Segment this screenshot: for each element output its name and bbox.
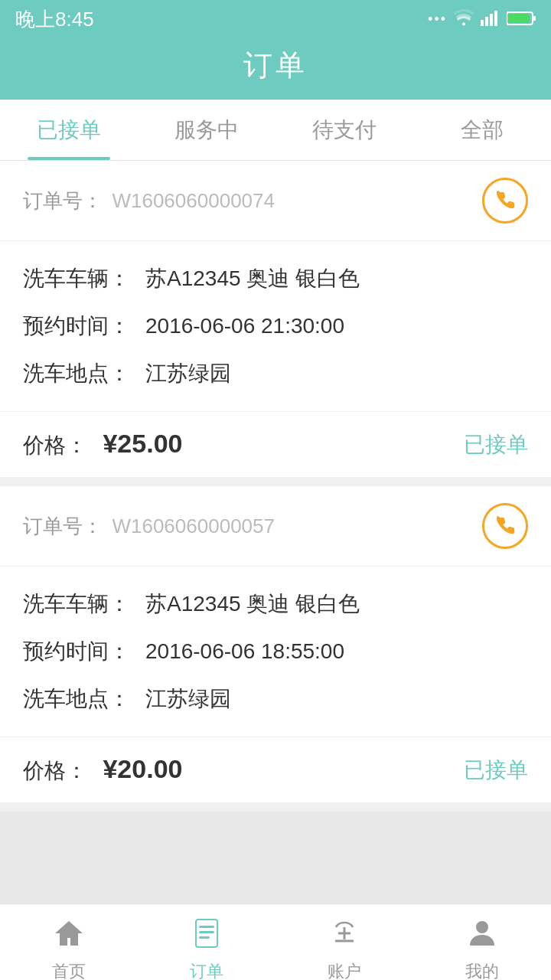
tab-in-service[interactable]: 服务中 — [138, 100, 276, 160]
status-icons: ••• — [428, 8, 536, 31]
status-time: 晚上8:45 — [15, 6, 94, 33]
price-section-1: 价格： ¥25.00 — [23, 429, 182, 460]
location-value-1: 江苏绿园 — [145, 359, 231, 388]
price-label-2: 价格： — [23, 759, 87, 782]
order-number-label-1: 订单号： — [23, 189, 103, 212]
order-number-row-2: 订单号： W1606060000057 — [23, 513, 275, 540]
order-footer-2: 价格： ¥20.00 已接单 — [0, 737, 551, 802]
order-details-2: 洗车车辆： 苏A12345 奥迪 银白色 预约时间： 2016-06-06 18… — [0, 567, 551, 737]
phone-button-1[interactable] — [482, 178, 528, 224]
nav-orders[interactable]: 订单 — [138, 904, 276, 980]
time-value-1: 2016-06-06 21:30:00 — [145, 314, 344, 338]
svg-rect-10 — [199, 936, 210, 939]
tab-pending-payment[interactable]: 待支付 — [276, 100, 413, 160]
tab-bar: 已接单 服务中 待支付 全部 — [0, 100, 551, 161]
svg-rect-0 — [481, 20, 484, 26]
svg-rect-9 — [199, 931, 214, 933]
wifi-icon — [453, 8, 474, 31]
nav-account[interactable]: 账户 — [276, 904, 413, 980]
order-number-label-2: 订单号： — [23, 514, 103, 537]
location-row-2: 洗车地点： 江苏绿园 — [23, 675, 528, 723]
svg-point-14 — [476, 921, 488, 933]
order-details-1: 洗车车辆： 苏A12345 奥迪 银白色 预约时间： 2016-06-06 21… — [0, 241, 551, 412]
bottom-nav: 首页 订单 账户 — [0, 903, 551, 980]
tab-all[interactable]: 全部 — [413, 100, 551, 160]
account-icon — [328, 916, 361, 956]
vehicle-row-2: 洗车车辆： 苏A12345 奥迪 银白色 — [23, 580, 528, 628]
price-section-2: 价格： ¥20.00 — [23, 754, 182, 786]
order-status-1: 已接单 — [464, 430, 528, 459]
vehicle-label-2: 洗车车辆： — [23, 590, 145, 619]
order-number-row-1: 订单号： W1606060000074 — [23, 188, 275, 214]
time-label-2: 预约时间： — [23, 637, 145, 666]
page-title: 订单 — [243, 46, 308, 85]
nav-orders-label: 订单 — [190, 960, 223, 980]
price-label-1: 价格： — [23, 433, 87, 457]
page-header: 订单 — [0, 38, 551, 100]
price-value-1: ¥25.00 — [103, 429, 182, 458]
location-label-1: 洗车地点： — [23, 359, 145, 388]
nav-mine-label: 我的 — [465, 960, 499, 980]
status-bar: 晚上8:45 ••• — [0, 0, 551, 38]
order-header-1: 订单号： W1606060000074 — [0, 161, 551, 241]
order-number-value-2: W1606060000057 — [112, 514, 275, 537]
gray-spacer — [0, 812, 551, 903]
nav-home[interactable]: 首页 — [0, 904, 138, 980]
order-status-2: 已接单 — [464, 756, 528, 785]
time-label-1: 预约时间： — [23, 312, 145, 341]
order-list: 订单号： W1606060000074 洗车车辆： 苏A12345 奥迪 银白色… — [0, 161, 551, 903]
nav-home-label: 首页 — [52, 960, 86, 980]
vehicle-row-1: 洗车车辆： 苏A12345 奥迪 银白色 — [23, 255, 528, 302]
price-value-2: ¥20.00 — [103, 754, 182, 783]
vehicle-label-1: 洗车车辆： — [23, 264, 145, 293]
location-row-1: 洗车地点： 江苏绿园 — [23, 350, 528, 397]
time-row-2: 预约时间： 2016-06-06 18:55:00 — [23, 628, 528, 675]
battery-icon — [507, 8, 536, 31]
order-card-1: 订单号： W1606060000074 洗车车辆： 苏A12345 奥迪 银白色… — [0, 161, 551, 477]
home-icon — [52, 916, 86, 956]
svg-rect-5 — [533, 16, 536, 21]
svg-rect-8 — [199, 926, 214, 928]
tab-accepted[interactable]: 已接单 — [0, 100, 138, 160]
svg-rect-3 — [494, 11, 497, 26]
phone-button-2[interactable] — [482, 503, 528, 549]
order-footer-1: 价格： ¥25.00 已接单 — [0, 412, 551, 477]
nav-mine[interactable]: 我的 — [413, 904, 551, 980]
orders-icon — [190, 916, 223, 956]
order-header-2: 订单号： W1606060000057 — [0, 486, 551, 567]
time-value-2: 2016-06-06 18:55:00 — [145, 639, 344, 664]
svg-rect-1 — [485, 17, 488, 26]
location-value-2: 江苏绿园 — [145, 684, 231, 714]
nav-account-label: 账户 — [328, 960, 361, 980]
vehicle-value-1: 苏A12345 奥迪 银白色 — [145, 264, 360, 293]
svg-rect-2 — [490, 14, 493, 26]
signal-icon — [481, 8, 500, 31]
vehicle-value-2: 苏A12345 奥迪 银白色 — [145, 590, 360, 619]
location-label-2: 洗车地点： — [23, 684, 145, 714]
mine-icon — [465, 916, 499, 956]
order-card-2: 订单号： W1606060000057 洗车车辆： 苏A12345 奥迪 银白色… — [0, 486, 551, 802]
time-row-1: 预约时间： 2016-06-06 21:30:00 — [23, 302, 528, 350]
order-number-value-1: W1606060000074 — [112, 189, 275, 212]
svg-rect-6 — [508, 14, 530, 23]
signal-dots-icon: ••• — [428, 11, 447, 28]
